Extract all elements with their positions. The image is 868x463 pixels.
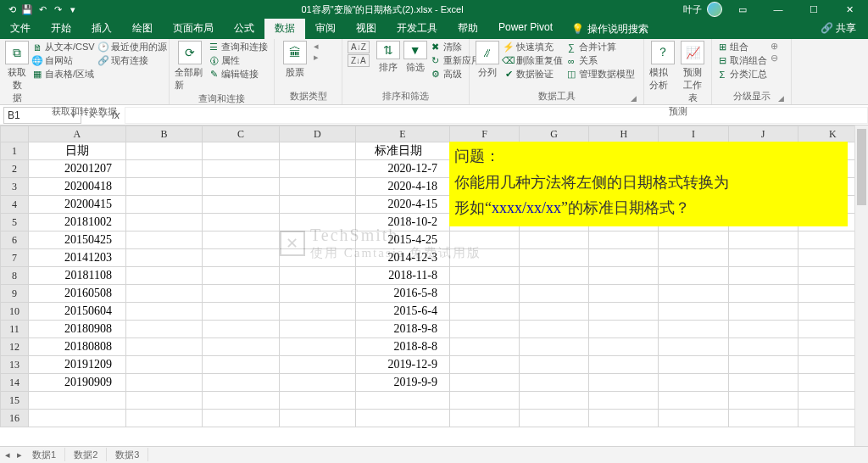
cell-E7[interactable]: 2014-12-3 bbox=[356, 249, 450, 267]
cell-G12[interactable] bbox=[520, 338, 589, 356]
tab-insert[interactable]: 插入 bbox=[81, 19, 122, 39]
cell-E8[interactable]: 2018-11-8 bbox=[356, 267, 450, 285]
tab-layout[interactable]: 页面布局 bbox=[163, 19, 224, 39]
cell-A6[interactable]: 20150425 bbox=[28, 232, 125, 249]
col-header-J[interactable]: J bbox=[728, 126, 798, 142]
cell-D6[interactable] bbox=[279, 232, 355, 249]
tab-view[interactable]: 视图 bbox=[346, 19, 387, 39]
cell-A4[interactable]: 20200415 bbox=[28, 196, 125, 214]
col-header-I[interactable]: I bbox=[659, 126, 728, 142]
minimize-icon[interactable]: — bbox=[763, 0, 793, 19]
cell-H7[interactable] bbox=[589, 249, 659, 267]
cell-D9[interactable] bbox=[279, 285, 355, 303]
cell-C11[interactable] bbox=[203, 321, 279, 338]
cell-H12[interactable] bbox=[589, 338, 659, 356]
cell-E10[interactable]: 2015-6-4 bbox=[356, 303, 450, 321]
sort-desc-icon[interactable]: Z↓A bbox=[348, 54, 370, 67]
cell-C13[interactable] bbox=[203, 356, 279, 374]
tab-dev[interactable]: 开发工具 bbox=[387, 19, 448, 39]
col-header-D[interactable]: D bbox=[279, 126, 355, 142]
cell-A5[interactable]: 20181002 bbox=[28, 214, 125, 232]
cell-C7[interactable] bbox=[203, 249, 279, 267]
cell-H6[interactable] bbox=[589, 232, 659, 249]
cell-F13[interactable] bbox=[449, 356, 519, 374]
cell-J16[interactable] bbox=[728, 410, 798, 427]
ungroup-rows[interactable]: ⊟取消组合 bbox=[717, 54, 767, 67]
sheet-tab-2[interactable]: 数据3 bbox=[107, 448, 148, 461]
cell-D8[interactable] bbox=[279, 267, 355, 285]
undo-icon[interactable]: ↶ bbox=[36, 3, 49, 16]
sheet-tab-1[interactable]: 数据2 bbox=[65, 448, 107, 461]
sort-asc-icon[interactable]: A↓Z bbox=[348, 41, 370, 53]
cell-I13[interactable] bbox=[659, 356, 728, 374]
cell-B8[interactable] bbox=[125, 267, 202, 285]
cell-C3[interactable] bbox=[203, 178, 279, 196]
cell-C12[interactable] bbox=[203, 338, 279, 356]
cell-C6[interactable] bbox=[203, 232, 279, 249]
cell-B6[interactable] bbox=[125, 232, 202, 249]
cell-E6[interactable]: 2015-4-25 bbox=[356, 232, 450, 249]
cell-E9[interactable]: 2016-5-8 bbox=[356, 285, 450, 303]
cell-A2[interactable]: 20201207 bbox=[28, 160, 125, 178]
cell-C14[interactable] bbox=[203, 374, 279, 392]
cell-I7[interactable] bbox=[659, 249, 728, 267]
cell-J6[interactable] bbox=[728, 232, 798, 249]
row-header[interactable]: 8 bbox=[1, 267, 29, 285]
edit-links[interactable]: ✎编辑链接 bbox=[209, 68, 268, 81]
cell-H14[interactable] bbox=[589, 374, 659, 392]
cell-B4[interactable] bbox=[125, 196, 202, 214]
cell-I9[interactable] bbox=[659, 285, 728, 303]
tab-formulas[interactable]: 公式 bbox=[224, 19, 264, 39]
from-text-csv[interactable]: 🗎从文本/CSV bbox=[32, 41, 95, 53]
cell-D12[interactable] bbox=[279, 338, 355, 356]
cell-J9[interactable] bbox=[728, 285, 798, 303]
row-header[interactable]: 15 bbox=[1, 392, 29, 410]
cell-A3[interactable]: 20200418 bbox=[28, 178, 125, 196]
refresh-all-button[interactable]: ⟳全部刷新 bbox=[175, 41, 205, 92]
cell-F14[interactable] bbox=[449, 374, 519, 392]
share-button[interactable]: 🔗 共享 bbox=[809, 19, 868, 39]
cell-B14[interactable] bbox=[125, 374, 202, 392]
vertical-scrollbar[interactable] bbox=[854, 126, 868, 446]
cell-E4[interactable]: 2020-4-15 bbox=[356, 196, 450, 214]
cell-D10[interactable] bbox=[279, 303, 355, 321]
cell-B11[interactable] bbox=[125, 321, 202, 338]
cell-H15[interactable] bbox=[589, 392, 659, 410]
cell-C10[interactable] bbox=[203, 303, 279, 321]
cell-A8[interactable]: 20181108 bbox=[28, 267, 125, 285]
cell-E3[interactable]: 2020-4-18 bbox=[356, 178, 450, 196]
autosave-icon[interactable]: ⟲ bbox=[5, 3, 19, 16]
cell-F9[interactable] bbox=[449, 285, 519, 303]
save-icon[interactable]: 💾 bbox=[20, 3, 34, 16]
cell-B16[interactable] bbox=[125, 410, 202, 427]
cell-J15[interactable] bbox=[728, 392, 798, 410]
sheet-nav-prev-icon[interactable]: ◂ bbox=[0, 449, 15, 460]
hide-detail-icon[interactable]: ⊖ bbox=[771, 53, 778, 64]
col-header-B[interactable]: B bbox=[125, 126, 202, 142]
cell-E11[interactable]: 2018-9-8 bbox=[356, 321, 450, 338]
cell-C15[interactable] bbox=[203, 392, 279, 410]
row-header[interactable]: 11 bbox=[1, 321, 29, 338]
cell-C1[interactable] bbox=[203, 142, 279, 160]
cell-E12[interactable]: 2018-8-8 bbox=[356, 338, 450, 356]
whatif-button[interactable]: ？模拟分析 bbox=[649, 41, 676, 92]
data-validation[interactable]: ✔数据验证 bbox=[504, 68, 563, 81]
row-header[interactable]: 9 bbox=[1, 285, 29, 303]
row-header[interactable]: 3 bbox=[1, 178, 29, 196]
cell-A12[interactable]: 20180808 bbox=[28, 338, 125, 356]
col-header-F[interactable]: F bbox=[449, 126, 519, 142]
redo-icon[interactable]: ↷ bbox=[51, 3, 64, 16]
cell-D3[interactable] bbox=[279, 178, 355, 196]
col-header-C[interactable]: C bbox=[203, 126, 279, 142]
cell-D5[interactable] bbox=[279, 214, 355, 232]
col-header-H[interactable]: H bbox=[589, 126, 659, 142]
properties[interactable]: 🛈属性 bbox=[209, 54, 268, 67]
cell-B15[interactable] bbox=[125, 392, 202, 410]
cell-D11[interactable] bbox=[279, 321, 355, 338]
cell-H11[interactable] bbox=[589, 321, 659, 338]
cell-J12[interactable] bbox=[728, 338, 798, 356]
row-header[interactable]: 2 bbox=[1, 160, 29, 178]
get-data-button[interactable]: ⧉获取数 据 bbox=[5, 41, 29, 104]
dialog-launcher-icon[interactable]: ◢ bbox=[631, 94, 637, 103]
cell-G11[interactable] bbox=[520, 321, 589, 338]
